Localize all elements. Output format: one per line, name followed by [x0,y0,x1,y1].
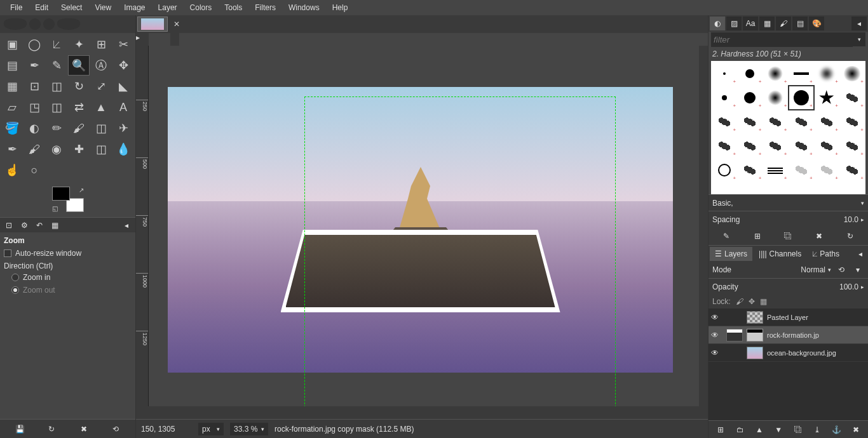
scale-tool[interactable]: ⤢ [90,76,112,96]
paintbrush-tool[interactable]: 🖌 [68,118,90,138]
delete-preset-icon[interactable]: ✖ [78,423,90,435]
brush-preset[interactable]: + [815,86,839,109]
mode-expand-icon[interactable]: ▾ [851,263,864,276]
brush-preset[interactable]: + [789,110,813,133]
zoom-out-radio[interactable] [11,286,19,294]
brush-preset[interactable]: + [815,135,839,157]
auto-resize-checkbox[interactable] [4,249,11,257]
menu-layer[interactable]: Layer [153,1,182,15]
brush-preset[interactable]: + [815,62,839,85]
layer-name[interactable]: Pasted Layer [767,314,808,321]
visibility-toggle-icon[interactable]: 👁 [711,313,722,322]
brush-preset[interactable]: + [815,110,839,133]
menu-windows[interactable]: Windows [283,1,325,15]
brush-preset[interactable]: + [840,159,864,182]
duplicate-brush-icon[interactable]: ⿻ [782,230,794,242]
by-color-select-tool[interactable]: ⊞ [90,34,112,55]
spacing-row[interactable]: Spacing10.0▸ [709,211,868,227]
brush-preset[interactable]: + [763,86,787,109]
menu-view[interactable]: View [90,1,116,15]
edit-brush-icon[interactable]: ✎ [720,230,733,242]
lock-alpha-icon[interactable]: ▦ [760,297,767,306]
mypaint-tool[interactable]: 🖌 [24,139,45,159]
unified-transform-tool[interactable]: ◫ [46,76,67,96]
brush-preset[interactable]: + [815,159,839,182]
undo-history-tab[interactable]: ↶ [33,220,46,231]
menu-filters[interactable]: Filters [250,1,281,15]
delete-layer-icon[interactable]: ✖ [850,423,862,436]
canvas-viewport[interactable] [149,46,699,406]
layer-row[interactable]: 👁 ocean-background.jpg [709,344,868,362]
anchor-layer-icon[interactable]: ⚓ [830,423,843,436]
visibility-toggle-icon[interactable]: 👁 [711,348,722,357]
gradients-tab[interactable]: ▤ [792,17,808,30]
gradient-tool[interactable]: ◐ [24,118,45,138]
foreground-select-tool[interactable]: ▤ [1,55,23,76]
blur-tool[interactable]: 💧 [112,139,134,159]
new-layer-icon[interactable]: ⊞ [714,423,727,436]
shear-tool[interactable]: ◣ [112,76,134,96]
align-tool[interactable]: ▦ [1,76,23,96]
raise-layer-icon[interactable]: ▲ [753,423,766,436]
3d-transform-tool[interactable]: ◳ [24,97,45,117]
crop-tool[interactable]: ⊡ [24,76,45,96]
lock-position-icon[interactable]: ✥ [749,297,755,306]
duplicate-layer-icon[interactable]: ⿻ [792,423,804,436]
refresh-brushes-icon[interactable]: ↻ [844,230,857,242]
menu-edit[interactable]: Edit [30,1,53,15]
brush-preset[interactable]: + [738,86,762,109]
opacity-row[interactable]: Opacity100.0▸ [709,278,868,295]
new-brush-icon[interactable]: ⊞ [751,230,764,242]
delete-brush-icon[interactable]: ✖ [813,230,825,242]
bucket-fill-tool[interactable]: 🪣 [1,118,23,138]
perspective-clone-tool[interactable]: ◫ [90,139,112,159]
quick-mask-toggle[interactable] [136,406,149,419]
close-tab-icon[interactable]: ✕ [169,17,184,32]
brush-preset[interactable]: + [738,110,762,133]
menu-colors[interactable]: Colors [185,1,217,15]
text-tool[interactable]: A [112,97,134,117]
brush-preset[interactable]: + [712,159,736,182]
blend-mode-dropdown[interactable]: Normal▾ [801,265,831,274]
menu-select[interactable]: Select [56,1,87,15]
paint-dynamics-tab[interactable]: 🖌 [776,17,791,30]
layer-thumbnail[interactable] [747,347,763,359]
new-group-icon[interactable]: 🗀 [734,423,747,436]
tool-options-tab[interactable]: ⊡ [3,220,15,231]
default-colors-icon[interactable]: ◱ [52,205,58,212]
document-history-tab[interactable]: ▦ [759,17,775,30]
brush-preset[interactable]: + [763,110,787,133]
layer-name[interactable]: rock-formation.jp [767,331,819,339]
layer-row[interactable]: 👁 rock-formation.jp [709,326,868,344]
brush-preset[interactable]: + [763,135,787,157]
layer-thumbnail[interactable] [747,311,763,324]
scissors-tool[interactable]: ✂ [112,34,134,55]
merge-down-icon[interactable]: ⤓ [811,423,824,436]
dodge-tool[interactable]: ○ [24,160,45,180]
brush-preset[interactable]: + [840,62,864,85]
menu-file[interactable]: File [5,1,27,15]
vertical-ruler[interactable]: 250 500 750 1000 1250 [136,46,149,406]
rectangle-select-tool[interactable]: ▣ [1,34,23,55]
lock-pixels-icon[interactable]: 🖌 [736,297,743,306]
fuzzy-select-tool[interactable]: ✦ [68,34,90,55]
reset-preset-icon[interactable]: ⟲ [109,423,122,435]
menu-image[interactable]: Image [119,1,150,15]
palettes-tab[interactable]: 🎨 [809,17,824,30]
mode-reset-icon[interactable]: ⟲ [835,263,848,276]
filter-dropdown-icon[interactable]: ▾ [853,32,865,46]
patterns-tab[interactable]: ▨ [726,17,742,30]
rotate-tool[interactable]: ↻ [68,76,90,96]
device-status-tab[interactable]: ⚙ [18,220,31,231]
brushes-tab[interactable]: ◐ [710,17,725,30]
menu-help[interactable]: Help [327,1,353,15]
ellipse-select-tool[interactable]: ◯ [24,34,45,55]
horizontal-scrollbar[interactable] [161,406,690,419]
brush-preset[interactable]: + [738,62,762,85]
fonts-tab[interactable]: Aa [743,17,758,30]
zoom-dropdown[interactable]: 33.3 %▾ [230,423,268,435]
swap-colors-icon[interactable]: ↗ [79,187,84,194]
color-picker-tool[interactable]: ✎ [46,55,67,76]
brush-preset[interactable]: + [763,62,787,85]
handle-transform-tool[interactable]: ◫ [46,97,67,117]
